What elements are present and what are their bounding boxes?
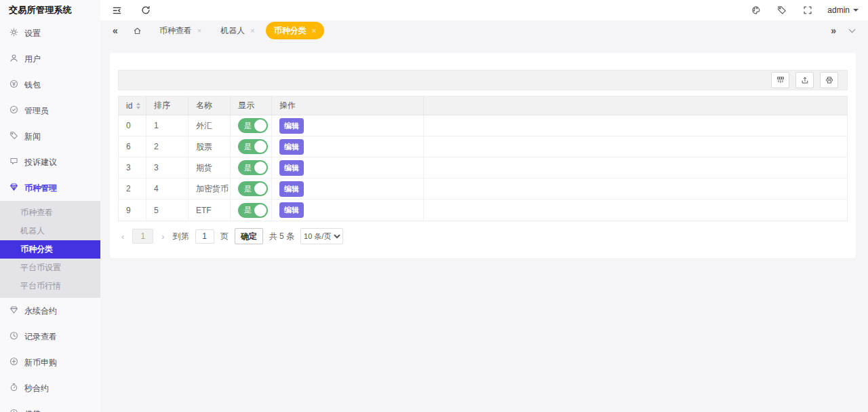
cell-name: 外汇 <box>189 115 231 136</box>
prev-page-icon[interactable]: ‹ <box>119 231 126 242</box>
tab-robot[interactable]: 机器人 × <box>212 22 262 39</box>
home-tab-icon[interactable] <box>133 26 142 35</box>
sidebar-item-label: 秒合约 <box>24 383 49 394</box>
tab-currency-view[interactable]: 币种查看 × <box>151 22 210 39</box>
export-icon[interactable] <box>795 72 814 88</box>
theme-palette-icon[interactable] <box>751 5 761 15</box>
refresh-icon[interactable] <box>141 5 151 15</box>
cell-name: 加密货币 <box>189 179 231 200</box>
cell-sort: 5 <box>146 200 189 221</box>
close-tab-icon[interactable]: × <box>312 26 316 35</box>
user-icon <box>9 54 18 64</box>
column-header-action: 操作 <box>272 96 424 115</box>
tab-label: 机器人 <box>220 25 245 37</box>
newcoin-icon <box>9 357 18 368</box>
sidebar-item-label: 设置 <box>24 28 41 39</box>
sidebar-item-label: 币种管理 <box>24 183 57 194</box>
next-page-icon[interactable]: › <box>159 231 166 242</box>
cell-id: 6 <box>119 136 146 157</box>
cell-name: ETF <box>189 200 231 221</box>
caret-down-icon <box>853 9 859 12</box>
show-toggle[interactable]: 是 <box>238 118 268 133</box>
edit-button[interactable]: 编辑 <box>279 202 304 218</box>
cell-name: 股票 <box>189 136 231 157</box>
sidebar-subitem-currency-category[interactable]: 币种分类 <box>0 240 100 259</box>
close-tab-icon[interactable]: × <box>250 26 254 35</box>
cell-sort: 1 <box>146 115 189 136</box>
currency-gem-icon <box>9 183 18 193</box>
sidebar-subitem-robot[interactable]: 机器人 <box>0 222 100 240</box>
perpetual-gem-icon <box>9 305 18 316</box>
sidebar-item-records[interactable]: 记录查看 <box>0 324 100 350</box>
current-page[interactable]: 1 <box>132 229 153 244</box>
edit-button[interactable]: 编辑 <box>279 118 304 134</box>
sidebar-item-new-coin-subscription[interactable]: 新币申购 <box>0 350 100 375</box>
sidebar-item-settings[interactable]: 设置 <box>0 20 100 46</box>
cell-id: 3 <box>119 157 146 179</box>
goto-label: 到第 <box>173 231 189 242</box>
sidebar-item-label: 记录查看 <box>24 331 57 343</box>
show-toggle[interactable]: 是 <box>238 139 268 154</box>
cell-id: 2 <box>119 179 146 200</box>
sidebar-item-currency-management[interactable]: 币种管理 <box>0 175 100 201</box>
fullscreen-icon[interactable] <box>803 5 812 15</box>
lending-clock-icon <box>9 409 18 412</box>
sidebar-item-lending[interactable]: 借贷 <box>0 401 100 412</box>
cell-name: 期货 <box>189 157 231 179</box>
feedback-chat-icon <box>9 157 18 168</box>
edit-button[interactable]: 编辑 <box>279 181 304 197</box>
sidebar-fold-icon[interactable] <box>112 5 122 16</box>
column-header-id[interactable]: id <box>119 96 146 115</box>
cell-id: 0 <box>119 115 146 136</box>
tabs-menu-chevron-down-icon[interactable] <box>849 26 856 33</box>
sidebar-item-news[interactable]: 新闻 <box>0 124 100 149</box>
sidebar-item-perpetual-contract[interactable]: 永续合约 <box>0 298 100 324</box>
tabs-scroll-right-icon[interactable]: » <box>829 25 837 36</box>
table-row: 2 4 加密货币 是 编辑 <box>119 179 847 200</box>
edit-button[interactable]: 编辑 <box>279 160 304 176</box>
sidebar-item-label: 钱包 <box>24 79 41 91</box>
close-tab-icon[interactable]: × <box>197 26 201 35</box>
filter-columns-icon[interactable] <box>771 72 789 88</box>
main-area: admin « 币种查看 × 机器人 × 币种分类 × » <box>100 0 868 412</box>
sort-icon[interactable] <box>136 102 140 109</box>
confirm-page-button[interactable]: 确定 <box>235 228 263 244</box>
sidebar-subitem-currency-view[interactable]: 币种查看 <box>0 204 100 222</box>
sidebar-item-users[interactable]: 用户 <box>0 46 100 72</box>
sidebar-item-feedback[interactable]: 投诉建议 <box>0 149 100 175</box>
tag-icon[interactable] <box>777 5 787 15</box>
table-toolbar <box>118 70 848 90</box>
edit-button[interactable]: 编辑 <box>279 139 304 155</box>
page-number-input[interactable] <box>195 229 214 244</box>
table-row: 0 1 外汇 是 编辑 <box>119 115 847 136</box>
tab-currency-category[interactable]: 币种分类 × <box>266 22 324 39</box>
page-size-select[interactable]: 10 条/页 <box>300 228 343 244</box>
table-header-row: id 排序 名称 显示 操作 <box>119 96 847 115</box>
sidebar-item-admins[interactable]: 管理员 <box>0 98 100 124</box>
show-toggle[interactable]: 是 <box>238 160 268 175</box>
user-menu[interactable]: admin <box>827 5 859 15</box>
sidebar-item-wallet[interactable]: 钱包 <box>0 72 100 98</box>
sidebar-item-label: 管理员 <box>24 105 49 117</box>
sidebar-item-label: 新闻 <box>24 131 41 143</box>
show-toggle[interactable]: 是 <box>238 203 268 218</box>
records-clock-icon <box>9 331 18 342</box>
sidebar-subitem-platform-coin-settings[interactable]: 平台币设置 <box>0 259 100 277</box>
tab-label: 币种分类 <box>274 25 307 37</box>
sidebar-item-seconds-contract[interactable]: 秒合约 <box>0 375 100 401</box>
page-unit-label: 页 <box>220 231 229 242</box>
total-count-label: 共 5 条 <box>269 231 294 242</box>
data-table: id 排序 名称 显示 操作 0 1 外汇 是 编辑 6 2 股票 <box>118 96 848 221</box>
news-tag-icon <box>9 131 18 142</box>
tabs-scroll-left-icon[interactable]: « <box>111 25 119 36</box>
cell-id: 9 <box>119 200 146 221</box>
show-toggle[interactable]: 是 <box>238 181 268 196</box>
pagination: ‹ 1 › 到第 页 确定 共 5 条 10 条/页 <box>118 228 848 244</box>
column-header-show: 显示 <box>231 96 272 115</box>
table-row: 3 3 期货 是 编辑 <box>119 157 847 179</box>
sidebar-subitem-platform-coin-market[interactable]: 平台币行情 <box>0 277 100 295</box>
tab-bar: « 币种查看 × 机器人 × 币种分类 × » <box>100 20 868 41</box>
sidebar-item-label: 永续合约 <box>24 305 57 317</box>
app-title: 交易所管理系统 <box>0 0 100 20</box>
print-icon[interactable] <box>820 72 838 88</box>
